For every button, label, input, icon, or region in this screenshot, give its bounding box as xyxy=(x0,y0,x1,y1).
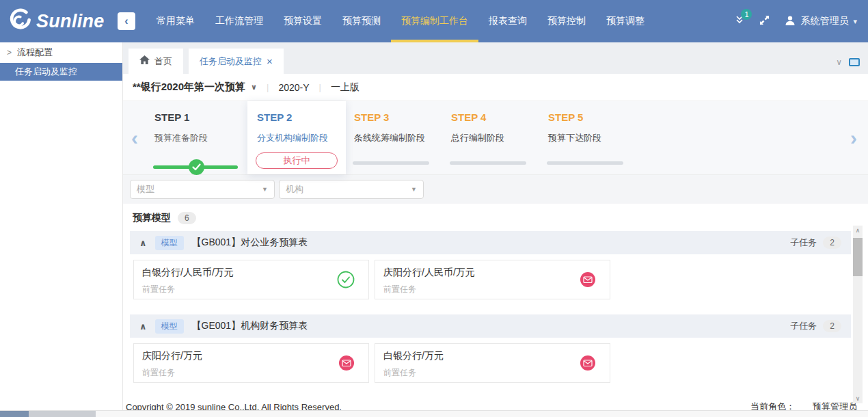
running-status-pill: 执行中 xyxy=(256,152,338,169)
hscroll-thumb[interactable] xyxy=(29,411,96,417)
subtask-label: 子任务 xyxy=(790,237,817,249)
app-window: Sunline ‹ 常用菜单 工作流管理 预算设置 预算预测 预算编制工作台 报… xyxy=(0,0,868,417)
user-menu[interactable]: 系统管理员 ▾ xyxy=(785,15,857,28)
user-icon xyxy=(785,15,796,28)
chevron-up-icon[interactable]: ∧ xyxy=(139,238,147,248)
notifications-button[interactable]: 1 xyxy=(735,15,744,27)
budget-version: 一上版 xyxy=(331,81,360,94)
sidebar-item-label: 任务启动及监控 xyxy=(15,66,77,78)
task-subtitle: 前置任务 xyxy=(142,284,360,295)
sidebar-item-process-config[interactable]: > 流程配置 xyxy=(0,42,122,63)
step-label: 预算准备阶段 xyxy=(154,132,247,144)
nav-item-budget-settings[interactable]: 预算设置 xyxy=(273,0,332,42)
mail-status-icon xyxy=(580,355,596,371)
step-progress-bar xyxy=(353,161,429,165)
user-name: 系统管理员 xyxy=(800,15,848,27)
step-progress-bar xyxy=(450,161,526,165)
scroll-up-icon[interactable]: ∧ xyxy=(853,226,863,235)
budget-period: 2020-Y xyxy=(278,82,309,93)
step-label: 条线统筹编制阶段 xyxy=(354,132,443,144)
step-label: 预算下达阶段 xyxy=(548,132,637,144)
budget-name: **银行2020年第一次预算 xyxy=(133,81,245,94)
group-header[interactable]: ∧ 模型 【GB001】对公业务预算表 子任务 2 xyxy=(130,231,851,254)
chevron-down-icon: ▼ xyxy=(411,186,417,193)
section-header: 预算模型 6 xyxy=(133,212,851,224)
chevron-left-icon: ‹ xyxy=(124,16,128,27)
logo-text: Sunline xyxy=(36,11,105,32)
subtask-count-badge: 2 xyxy=(823,320,841,332)
step-number: STEP 5 xyxy=(548,111,637,123)
mail-status-icon xyxy=(580,271,596,288)
subtask-label: 子任务 xyxy=(790,320,817,332)
nav-item-report-query[interactable]: 报表查询 xyxy=(478,0,537,42)
step-3[interactable]: STEP 3 条线统筹编制阶段 xyxy=(346,101,443,174)
model-select[interactable]: 模型 ▼ xyxy=(130,180,275,199)
window-maximize-icon[interactable] xyxy=(849,58,860,66)
nav-item-common-menu[interactable]: 常用菜单 xyxy=(146,0,205,42)
sidebar-item-label: 流程配置 xyxy=(17,46,53,59)
steps-next-button[interactable]: › xyxy=(842,101,865,174)
task-card[interactable]: 庆阳分行/人民币/万元 前置任务 xyxy=(375,260,610,299)
success-check-icon xyxy=(337,271,355,288)
task-card[interactable]: 庆阳分行/万元 前置任务 xyxy=(133,343,369,383)
step-5[interactable]: STEP 5 预算下达阶段 xyxy=(540,101,637,174)
step-2[interactable]: STEP 2 分支机构编制阶段 执行中 xyxy=(247,101,346,174)
model-tag-badge: 模型 xyxy=(155,236,184,250)
filter-bar: 模型 ▼ 机构 ▼ xyxy=(123,175,868,204)
nav-item-budget-control[interactable]: 预算控制 xyxy=(537,0,596,42)
task-subtitle: 前置任务 xyxy=(142,367,360,379)
step-complete-icon xyxy=(189,159,204,175)
context-bar: **银行2020年第一次预算 ∨ | 2020-Y | 一上版 xyxy=(123,74,868,101)
nav-item-workflow[interactable]: 工作流管理 xyxy=(205,0,273,42)
top-navbar: Sunline ‹ 常用菜单 工作流管理 预算设置 预算预测 预算编制工作台 报… xyxy=(0,0,868,42)
close-icon[interactable]: × xyxy=(267,56,273,66)
tab-task-monitor[interactable]: 任务启动及监控 × xyxy=(189,49,284,74)
step-wizard: ‹ STEP 1 预算准备阶段 STEP 2 分支机构编制阶段 执行中 xyxy=(123,101,868,175)
mail-status-icon xyxy=(338,355,355,371)
task-title: 庆阳分行/万元 xyxy=(142,350,360,362)
task-title: 白银分行/万元 xyxy=(383,350,601,362)
navbar-right-tools: 1 系统管理员 ▾ xyxy=(735,0,868,42)
chevron-down-icon: ▼ xyxy=(262,186,268,193)
step-progress-bar xyxy=(547,161,623,165)
group-header[interactable]: ∧ 模型 【GE001】机构财务预算表 子任务 2 xyxy=(130,314,851,338)
nav-item-budget-forecast[interactable]: 预算预测 xyxy=(332,0,391,42)
notification-badge: 1 xyxy=(741,9,752,20)
tab-bar: 首页 任务启动及监控 × ∨ xyxy=(123,42,868,74)
task-card[interactable]: 白银分行/人民币/万元 前置任务 xyxy=(133,260,369,299)
fullscreen-button[interactable] xyxy=(759,15,770,28)
menu-collapse-button[interactable]: ‹ xyxy=(118,12,135,30)
subtask-info: 子任务 2 xyxy=(790,320,841,332)
steps-prev-button[interactable]: ‹ xyxy=(123,101,146,174)
step-label: 分支机构编制阶段 xyxy=(257,132,346,144)
model-count-badge: 6 xyxy=(178,212,196,224)
step-1[interactable]: STEP 1 预算准备阶段 xyxy=(146,101,247,174)
horizontal-scrollbar[interactable] xyxy=(0,410,868,417)
hscroll-accent[interactable] xyxy=(0,411,29,417)
nav-item-budget-adjust[interactable]: 预算调整 xyxy=(596,0,655,42)
step-number: STEP 4 xyxy=(451,111,540,123)
expand-arrows-icon xyxy=(759,15,770,28)
tab-home[interactable]: 首页 xyxy=(128,49,183,74)
group-title: 【GB001】对公业务预算表 xyxy=(192,237,308,249)
nav-item-budget-workbench[interactable]: 预算编制工作台 xyxy=(391,0,478,42)
task-card[interactable]: 白银分行/万元 前置任务 xyxy=(375,343,610,383)
tab-home-label: 首页 xyxy=(154,55,172,68)
sunline-logo: Sunline xyxy=(0,0,118,42)
subtask-count-badge: 2 xyxy=(823,237,841,249)
divider: | xyxy=(319,82,321,92)
chevron-up-icon[interactable]: ∧ xyxy=(139,321,147,332)
scroll-down-icon[interactable]: ∨ xyxy=(853,394,863,403)
org-select[interactable]: 机构 ▼ xyxy=(279,180,424,199)
step-4[interactable]: STEP 4 总行编制阶段 xyxy=(443,101,540,174)
model-select-placeholder: 模型 xyxy=(137,183,154,196)
sidebar-item-task-monitor[interactable]: 任务启动及监控 xyxy=(0,63,122,81)
budget-selector[interactable]: **银行2020年第一次预算 ∨ xyxy=(133,81,257,94)
task-title: 庆阳分行/人民币/万元 xyxy=(383,267,601,279)
scrollbar-thumb[interactable] xyxy=(853,238,863,276)
group-cards: 白银分行/人民币/万元 前置任务 庆阳分行/人民币/万元 前置任务 xyxy=(130,254,851,305)
vertical-scrollbar[interactable]: ∧ ∨ xyxy=(853,226,863,403)
model-group-gb001: ∧ 模型 【GB001】对公业务预算表 子任务 2 白银分行/人民币/万元 前置… xyxy=(130,231,851,305)
section-title: 预算模型 xyxy=(133,212,171,224)
chevron-down-icon[interactable]: ∨ xyxy=(836,57,842,67)
